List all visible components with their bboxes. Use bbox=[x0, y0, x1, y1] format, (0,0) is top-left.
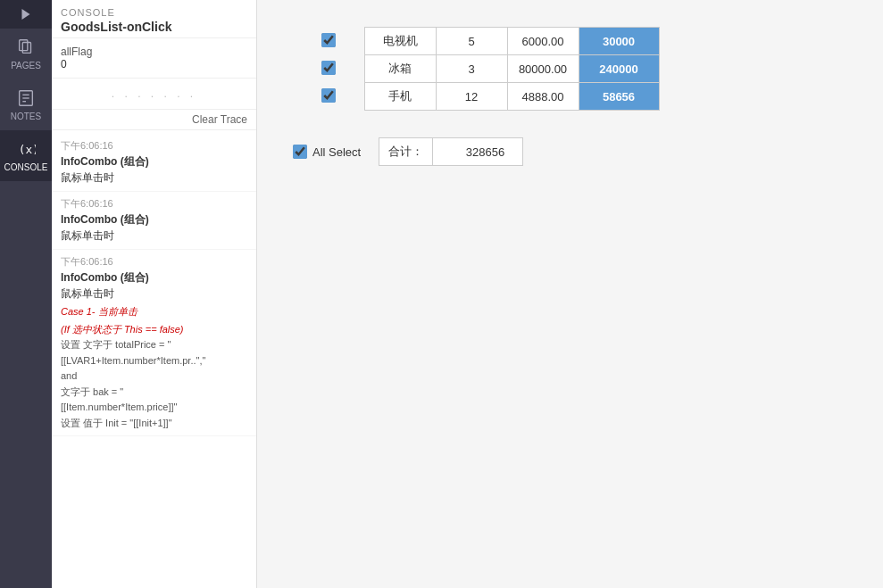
row1-checkbox[interactable] bbox=[321, 33, 336, 47]
row3-quantity: 12 bbox=[436, 83, 507, 111]
log-code-bak: 文字于 bak = " bbox=[61, 385, 247, 400]
log-entry: 下午6:06:16 InfoCombo (组合) 鼠标单击时 Case 1- 当… bbox=[52, 250, 256, 436]
log-code-and: and bbox=[61, 369, 247, 384]
svg-marker-0 bbox=[22, 9, 30, 20]
row2-checkbox[interactable] bbox=[321, 61, 336, 75]
var-name: allFlag bbox=[61, 46, 247, 58]
var-value: 0 bbox=[61, 58, 247, 70]
total-value: 328656 bbox=[433, 140, 522, 164]
all-select-checkbox[interactable] bbox=[293, 145, 307, 159]
row1-total: 30000 bbox=[579, 28, 659, 55]
log-event: 鼠标单击时 bbox=[61, 286, 247, 302]
all-select-label: All Select bbox=[312, 145, 361, 159]
row3-name: 手机 bbox=[364, 83, 436, 111]
log-code-set1: 设置 文字于 totalPrice = " bbox=[61, 337, 247, 352]
table-row: 电视机 5 6000.00 30000 bbox=[293, 28, 659, 55]
row3-total: 58656 bbox=[579, 83, 659, 111]
log-entry: 下午6:06:16 InfoCombo (组合) 鼠标单击时 bbox=[52, 134, 256, 192]
sidebar-item-console[interactable]: (x) CONSOLE bbox=[0, 130, 52, 181]
row2-checkbox-cell bbox=[293, 55, 364, 83]
sidebar-notes-label: NOTES bbox=[11, 112, 41, 121]
svg-rect-2 bbox=[22, 43, 30, 54]
log-event: 鼠标单击时 bbox=[61, 170, 247, 186]
svg-text:(x): (x) bbox=[19, 143, 36, 156]
console-vars: allFlag 0 bbox=[52, 38, 256, 79]
row1-name: 电视机 bbox=[364, 28, 436, 55]
console-title-label: CONSOLE bbox=[61, 7, 247, 18]
row2-total: 240000 bbox=[579, 55, 659, 83]
log-event: 鼠标单击时 bbox=[61, 228, 247, 244]
table-row: 手机 12 4888.00 58656 bbox=[293, 83, 659, 111]
log-code-set2: [[LVAR1+Item.number*Item.pr.."," bbox=[61, 353, 247, 369]
all-select-area: All Select bbox=[293, 145, 361, 159]
sidebar: PAGES NOTES (x) CONSOLE bbox=[0, 0, 52, 588]
row2-name: 冰箱 bbox=[364, 55, 436, 83]
row1-quantity: 5 bbox=[436, 28, 507, 55]
log-code-case: Case 1- 当前单击 bbox=[61, 304, 247, 319]
row1-checkbox-cell bbox=[293, 28, 364, 55]
sidebar-item-pages[interactable]: PAGES bbox=[0, 29, 52, 79]
log-component: InfoCombo (组合) bbox=[61, 270, 247, 286]
table-row: 冰箱 3 80000.00 240000 bbox=[293, 55, 659, 83]
log-time: 下午6:06:16 bbox=[61, 197, 247, 211]
log-time: 下午6:06:16 bbox=[61, 255, 247, 269]
row1-price: 6000.00 bbox=[507, 28, 579, 55]
log-time: 下午6:06:16 bbox=[61, 139, 247, 153]
row3-price: 4888.00 bbox=[507, 83, 579, 111]
row2-price: 80000.00 bbox=[507, 55, 579, 83]
log-code-init: 设置 值于 Init = "[[Init+1]]" bbox=[61, 416, 247, 431]
total-label: 合计： bbox=[379, 138, 433, 165]
sidebar-console-label: CONSOLE bbox=[4, 162, 48, 172]
sidebar-collapse-btn[interactable] bbox=[0, 0, 52, 29]
console-divider: . . . . . . . bbox=[52, 79, 256, 110]
console-panel: CONSOLE GoodsList-onClick allFlag 0 . . … bbox=[52, 0, 257, 588]
sidebar-pages-label: PAGES bbox=[11, 61, 41, 70]
row2-quantity: 3 bbox=[436, 55, 507, 83]
svg-rect-1 bbox=[20, 40, 28, 51]
console-subtitle: GoodsList-onClick bbox=[61, 20, 247, 34]
log-code-if: (If 选中状态于 This == false) bbox=[61, 322, 247, 337]
total-area: 合计： 328656 bbox=[379, 137, 523, 166]
console-log-area: 下午6:06:16 InfoCombo (组合) 鼠标单击时 下午6:06:16… bbox=[52, 130, 256, 588]
goods-table: 电视机 5 6000.00 30000 冰箱 3 80000.00 240000… bbox=[293, 27, 660, 111]
main-content: 电视机 5 6000.00 30000 冰箱 3 80000.00 240000… bbox=[257, 0, 883, 588]
log-component: InfoCombo (组合) bbox=[61, 154, 247, 170]
log-entry: 下午6:06:16 InfoCombo (组合) 鼠标单击时 bbox=[52, 192, 256, 250]
log-component: InfoCombo (组合) bbox=[61, 212, 247, 228]
row3-checkbox-cell bbox=[293, 83, 364, 111]
bottom-row: All Select 合计： 328656 bbox=[293, 137, 847, 166]
clear-trace-button[interactable]: Clear Trace bbox=[52, 110, 256, 130]
sidebar-item-notes[interactable]: NOTES bbox=[0, 79, 52, 130]
row3-checkbox[interactable] bbox=[321, 88, 336, 103]
log-code-bak2: [[Item.number*Item.price]]" bbox=[61, 400, 247, 415]
console-header: CONSOLE GoodsList-onClick bbox=[52, 0, 256, 38]
